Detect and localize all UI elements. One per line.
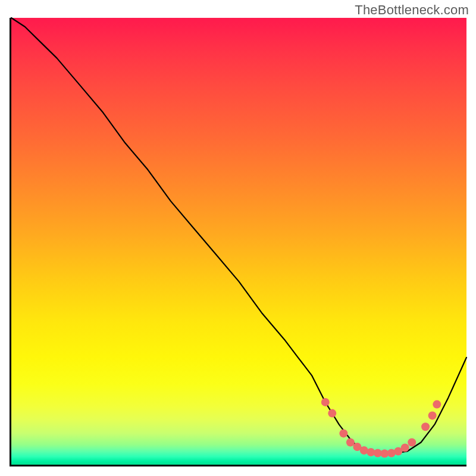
valley-markers <box>321 398 441 458</box>
marker-dot <box>433 400 441 409</box>
marker-dot <box>328 409 336 418</box>
marker-dot <box>428 411 437 419</box>
marker-dot <box>321 398 330 406</box>
curve-svg <box>11 18 466 465</box>
bottleneck-curve <box>11 18 466 453</box>
watermark-text: TheBottleneck.com <box>355 2 469 18</box>
marker-dot <box>339 429 347 437</box>
marker-dot <box>421 422 430 431</box>
plot-area <box>10 18 466 466</box>
marker-dot <box>346 439 355 447</box>
chart-frame: TheBottleneck.com <box>0 0 476 476</box>
marker-dot <box>408 439 416 447</box>
marker-dot <box>401 444 409 452</box>
